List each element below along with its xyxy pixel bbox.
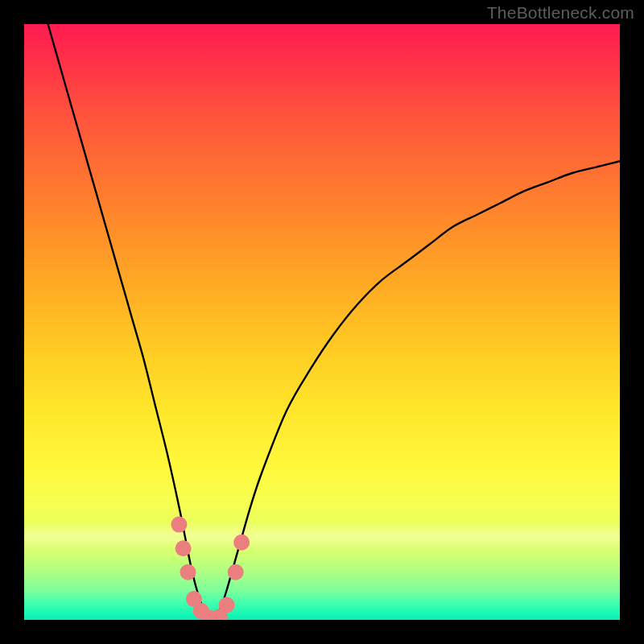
watermark-text: TheBottleneck.com [487, 3, 634, 23]
curve-markers [171, 517, 250, 620]
bottleneck-curve [48, 24, 620, 620]
dot-right-upper [233, 535, 250, 551]
plot-area [24, 24, 620, 620]
chart-frame: TheBottleneck.com [0, 0, 644, 644]
dot-left-lower [180, 564, 196, 580]
dot-left-mid [175, 540, 192, 556]
dot-left-upper [171, 517, 187, 533]
dot-base-5 [219, 597, 235, 613]
dot-right-lower [228, 564, 244, 580]
chart-svg [24, 24, 620, 620]
